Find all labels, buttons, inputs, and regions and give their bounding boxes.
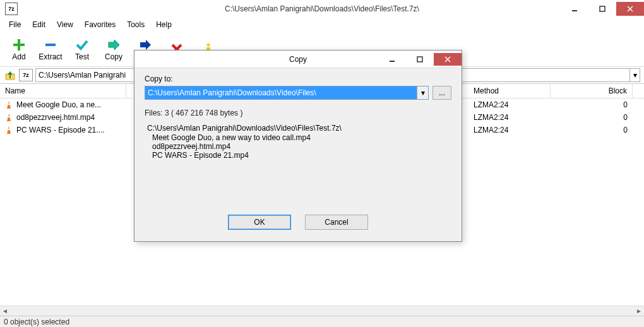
app-icon: 7z [5,3,18,15]
check-icon [75,37,90,52]
media-file-icon [5,113,14,122]
chevron-down-icon[interactable]: ▾ [417,86,428,99]
file-name: Meet Google Duo, a ne... [16,100,101,109]
status-text: 0 object(s) selected [4,318,69,326]
copy-dialog: Copy Copy to: C:\Users\Amlan Panigrahi\D… [134,50,462,242]
plus-icon [11,37,27,52]
minimize-icon [571,6,578,12]
svg-rect-0 [572,10,577,11]
svg-rect-1 [600,6,605,11]
dialog-file-line: Meet Google Duo, a new way to video call… [152,133,451,142]
scroll-right-arrow-icon[interactable]: ► [634,306,644,316]
cancel-button[interactable]: Cancel [305,215,368,230]
test-label: Test [75,52,89,61]
dialog-file-list: C:\Users\Amlan Panigrahi\Downloads\Video… [147,124,451,160]
svg-rect-19 [8,129,10,130]
add-button[interactable]: Add [4,33,34,66]
copy-button[interactable]: Copy [98,33,129,66]
menu-file[interactable]: File [4,19,26,30]
menu-view[interactable]: View [52,19,78,30]
copy-to-label: Copy to: [145,74,451,83]
maximize-icon [599,6,605,12]
up-folder-icon[interactable] [4,69,16,81]
add-label: Add [12,52,25,61]
dialog-titlebar: Copy [134,51,462,68]
window-title: C:\Users\Amlan Panigrahi\Downloads\Video… [225,4,419,13]
window-titlebar: 7z C:\Users\Amlan Panigrahi\Downloads\Vi… [0,0,644,18]
file-method: LZMA2:24 [462,124,551,136]
svg-rect-20 [390,61,395,62]
menu-favorites[interactable]: Favorites [80,19,121,30]
dialog-maximize-button[interactable] [406,53,434,66]
ok-button[interactable]: OK [228,215,291,230]
test-button[interactable]: Test [67,33,97,66]
menu-edit[interactable]: Edit [27,19,51,30]
close-button[interactable] [616,2,644,16]
svg-rect-15 [8,104,10,105]
file-block: 0 [551,98,633,111]
file-method: LZMA2:24 [462,111,551,124]
dialog-archive-path: C:\Users\Amlan Panigrahi\Downloads\Video… [147,124,451,133]
copy-to-value: C:\Users\Amlan Panigrahi\Downloads\Video… [145,86,417,99]
svg-rect-5 [13,44,25,46]
copy-label: Copy [105,52,122,61]
maximize-button[interactable] [588,2,616,16]
file-name: od8pezzrveej.html.mp4 [16,113,95,122]
browse-button[interactable]: ... [432,86,451,100]
file-name: PC WARS - Episode 21.... [16,126,105,134]
svg-rect-6 [45,44,56,46]
dialog-minimize-button[interactable] [378,53,406,66]
svg-rect-17 [8,116,10,117]
minimize-icon [389,56,395,62]
media-file-icon [5,126,14,134]
copy-arrow-icon [106,37,121,52]
menu-bar: File Edit View Favorites Tools Help [0,18,644,32]
file-block: 0 [551,111,633,124]
column-block[interactable]: Block [551,84,633,98]
file-method: LZMA2:24 [462,98,551,111]
horizontal-scrollbar[interactable]: ◄ ► [0,306,644,316]
address-dropdown-arrow-icon[interactable]: ▾ [630,68,640,82]
dialog-close-button[interactable] [434,53,462,66]
extract-button[interactable]: Extract [35,33,66,66]
close-icon [444,56,451,62]
minus-icon [43,37,58,52]
dialog-body: Copy to: C:\Users\Amlan Panigrahi\Downlo… [134,68,462,241]
dialog-file-line: PC WARS - Episode 21.mp4 [152,151,451,160]
extract-label: Extract [39,52,62,61]
svg-rect-21 [417,57,422,62]
column-name[interactable]: Name [0,84,126,98]
column-method[interactable]: Method [462,84,551,98]
dialog-file-line: od8pezzrveej.html.mp4 [152,142,451,151]
menu-tools[interactable]: Tools [122,19,150,30]
files-summary: Files: 3 ( 467 216 748 bytes ) [145,109,451,117]
svg-marker-7 [109,40,119,50]
menu-help[interactable]: Help [151,19,177,30]
maximize-icon [417,56,423,62]
minimize-button[interactable] [561,2,588,16]
status-bar: 0 object(s) selected [0,316,644,327]
archive-type-icon: 7z [19,69,33,81]
close-icon [627,6,633,12]
media-file-icon [5,100,14,109]
dialog-title: Copy [289,55,307,64]
scroll-left-arrow-icon[interactable]: ◄ [0,306,10,316]
svg-marker-8 [140,40,151,50]
copy-to-combobox[interactable]: C:\Users\Amlan Panigrahi\Downloads\Video… [145,86,429,100]
svg-point-11 [207,43,210,46]
window-controls [561,2,644,16]
file-block: 0 [551,124,633,136]
